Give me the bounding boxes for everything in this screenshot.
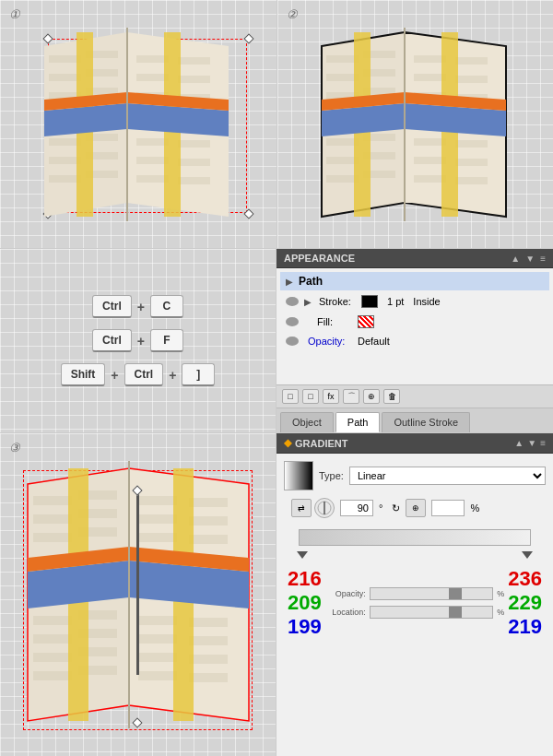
location-slider[interactable] <box>370 606 494 619</box>
svg-rect-24 <box>178 140 210 148</box>
focal-point-button[interactable]: ⊕ <box>406 499 426 517</box>
location-percent: % <box>497 608 504 617</box>
location-slider-thumb <box>449 607 462 618</box>
gradient-scroll-down[interactable]: ▼ <box>527 438 536 448</box>
appearance-content: ▶ Path ▶ Stroke: 1 pt Inside Fill: <box>276 268 553 384</box>
green-value-left: 209 <box>288 592 322 614</box>
svg-rect-23 <box>136 138 169 146</box>
visibility-fill[interactable] <box>286 317 299 326</box>
gradient-secondary-input[interactable] <box>431 500 465 516</box>
gradient-header-left: ◆ GRADIENT <box>284 437 347 449</box>
svg-rect-4 <box>49 74 81 81</box>
svg-rect-78 <box>33 653 72 662</box>
kbd-ctrl-1: Ctrl <box>92 295 132 318</box>
svg-rect-45 <box>326 175 359 183</box>
location-label: Location: <box>325 608 366 617</box>
opacity-value: Default <box>358 336 390 347</box>
new-item-button[interactable]: □ <box>282 389 299 404</box>
tab-outline-stroke[interactable]: Outline Stroke <box>382 412 470 432</box>
angle-circle[interactable] <box>314 498 335 518</box>
appearance-stroke-row: ▶ Stroke: 1 pt Inside <box>280 292 549 311</box>
svg-rect-96 <box>189 655 228 664</box>
svg-rect-80 <box>33 671 72 680</box>
svg-rect-35 <box>326 55 359 63</box>
opacity-slider-row: Opacity: % <box>325 587 505 600</box>
gradient-stop-right[interactable] <box>522 551 533 559</box>
shortcuts-panel: Ctrl + C Ctrl + F Shift + Ctrl + ] <box>0 249 276 432</box>
svg-rect-18 <box>178 57 210 65</box>
color-values-left: 216 209 199 <box>288 568 322 639</box>
fx-button[interactable]: fx <box>323 389 339 404</box>
svg-rect-2 <box>49 55 81 63</box>
gradient-menu[interactable]: ≡ <box>540 438 546 448</box>
gradient-scroll-up[interactable]: ▲ <box>514 438 524 448</box>
gradient-type-label: Type: <box>319 470 344 481</box>
svg-rect-37 <box>326 74 359 81</box>
red-value-right: 236 <box>508 568 542 590</box>
visibility-opacity[interactable] <box>286 337 299 346</box>
anchor-button[interactable]: ⊕ <box>363 389 380 404</box>
svg-rect-52 <box>414 74 446 81</box>
shortcut-row-1: Ctrl + C <box>92 295 183 318</box>
map-illustration-2 <box>312 28 515 221</box>
angle-icon-arrow: ↻ <box>392 502 400 514</box>
green-value-right: 229 <box>508 592 542 614</box>
gradient-angle-input[interactable] <box>340 500 373 516</box>
svg-rect-90 <box>189 535 228 544</box>
scroll-arrow-up[interactable]: ▲ <box>511 254 520 264</box>
scroll-arrow-down[interactable]: ▼ <box>525 254 535 264</box>
shortcut-row-2: Ctrl + F <box>92 329 183 352</box>
svg-rect-60 <box>414 175 446 183</box>
svg-rect-91 <box>138 616 177 625</box>
kbd-ctrl-2: Ctrl <box>92 329 132 352</box>
stroke-color-swatch[interactable] <box>361 295 378 308</box>
gradient-stop-left[interactable] <box>297 551 308 559</box>
svg-rect-17 <box>136 55 169 63</box>
stroke-position: Inside <box>413 296 440 307</box>
svg-rect-59 <box>455 159 488 166</box>
kbd-ctrl-3: Ctrl <box>124 363 164 386</box>
kbd-bracket: ] <box>182 363 215 386</box>
square-button[interactable]: □ <box>302 389 319 404</box>
canvas-panel-1: ① <box>0 0 277 248</box>
wave-button[interactable]: ⌒ <box>343 389 359 404</box>
kbd-c: C <box>150 295 183 318</box>
reverse-gradient-button[interactable]: ⇄ <box>291 499 312 517</box>
svg-rect-56 <box>414 138 446 146</box>
svg-rect-57 <box>455 140 488 148</box>
svg-rect-58 <box>414 157 446 164</box>
svg-rect-41 <box>326 138 359 146</box>
blue-value-left: 199 <box>288 616 322 638</box>
trash-button[interactable]: 🗑 <box>383 389 400 404</box>
gradient-title: GRADIENT <box>295 438 347 449</box>
svg-rect-72 <box>33 533 72 542</box>
gradient-panel: ◆ GRADIENT ▲ ▼ ≡ Type: Linear Radial <box>276 433 553 756</box>
plus-1: + <box>137 300 145 314</box>
tab-object[interactable]: Object <box>280 412 334 432</box>
menu-icon[interactable]: ≡ <box>540 254 546 264</box>
opacity-slider[interactable] <box>370 587 494 600</box>
gradient-icons: ⇄ <box>291 498 335 518</box>
color-sliders: Opacity: % Location: % <box>325 587 505 619</box>
visibility-stroke[interactable] <box>286 297 299 306</box>
plus-2: + <box>137 334 145 348</box>
svg-rect-28 <box>178 177 210 184</box>
svg-rect-85 <box>138 496 177 505</box>
svg-rect-70 <box>33 514 72 524</box>
svg-rect-87 <box>138 514 177 524</box>
svg-rect-98 <box>189 673 228 682</box>
svg-rect-19 <box>136 74 169 81</box>
svg-rect-51 <box>455 57 488 65</box>
svg-rect-8 <box>49 138 81 146</box>
svg-rect-68 <box>33 496 72 505</box>
svg-rect-95 <box>138 653 177 662</box>
fill-color-swatch[interactable] <box>358 315 374 328</box>
plus-4: + <box>169 368 176 383</box>
appearance-header-right: ▲ ▼ ≡ <box>511 254 546 264</box>
gradient-angle-row: ⇄ ° ↻ ⊕ % <box>284 498 546 518</box>
canvas-panel-3: ③ <box>0 433 276 756</box>
opacity-percent: % <box>497 589 504 598</box>
tab-path[interactable]: Path <box>335 412 381 432</box>
canvas-panel-2: ② <box>277 0 554 248</box>
gradient-type-select[interactable]: Linear Radial <box>349 467 546 485</box>
